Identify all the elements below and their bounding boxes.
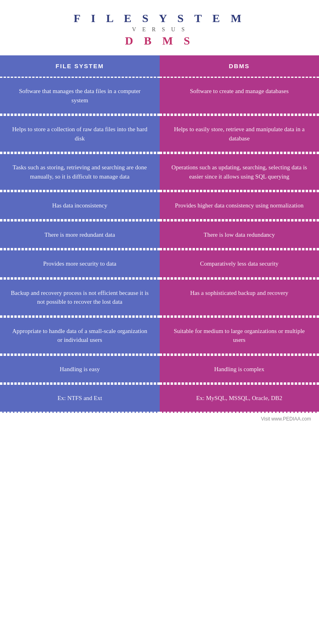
table-row: Provides more security to dataComparativ… bbox=[0, 249, 319, 278]
dbms-cell: Suitable for medium to large organizatio… bbox=[160, 317, 319, 355]
fs-cell: Ex: NTFS and Ext bbox=[0, 384, 160, 413]
fs-cell: Provides more security to data bbox=[0, 249, 160, 278]
dbms-cell: Ex: MySQL, MSSQL, Oracle, DB2 bbox=[160, 384, 319, 413]
table-row: Helps to store a collection of raw data … bbox=[0, 115, 319, 153]
fs-cell: Software that manages the data files in … bbox=[0, 77, 160, 115]
fs-cell: There is more redundant data bbox=[0, 220, 160, 250]
dbms-cell: Operations such as updating, searching, … bbox=[160, 153, 319, 191]
table-row: Ex: NTFS and ExtEx: MySQL, MSSQL, Oracle… bbox=[0, 384, 319, 413]
table-row: Handling is easyHandling is complex bbox=[0, 355, 319, 384]
table-row: Appropriate to handle data of a small-sc… bbox=[0, 317, 319, 355]
dbms-cell: Provides higher data consistency using n… bbox=[160, 191, 319, 220]
title-filesystem: F I L E S Y S T E M bbox=[8, 12, 311, 25]
column-headers: FILE SYSTEM DBMS bbox=[0, 55, 319, 77]
table-row: Has data inconsistencyProvides higher da… bbox=[0, 191, 319, 220]
table-row: Software that manages the data files in … bbox=[0, 77, 319, 115]
dbms-cell: Has a sophisticated backup and recovery bbox=[160, 278, 319, 317]
comparison-table: FILE SYSTEM DBMS Software that manages t… bbox=[0, 55, 319, 413]
dbms-cell: There is low data redundancy bbox=[160, 220, 319, 250]
dbms-column-header: DBMS bbox=[160, 55, 319, 77]
header: F I L E S Y S T E M V E R S U S D B M S bbox=[0, 0, 319, 55]
fs-cell: Backup and recovery process is not effic… bbox=[0, 278, 160, 317]
footer-note: Visit www.PEDIAA.com bbox=[0, 413, 319, 426]
table-row: There is more redundant dataThere is low… bbox=[0, 220, 319, 250]
title-dbms: D B M S bbox=[8, 35, 311, 47]
fs-cell: Has data inconsistency bbox=[0, 191, 160, 220]
rows-container: Software that manages the data files in … bbox=[0, 77, 319, 413]
fs-cell: Appropriate to handle data of a small-sc… bbox=[0, 317, 160, 355]
title-versus: V E R S U S bbox=[8, 26, 311, 33]
dbms-cell: Comparatively less data security bbox=[160, 249, 319, 278]
dbms-cell: Handling is complex bbox=[160, 355, 319, 384]
fs-column-header: FILE SYSTEM bbox=[0, 55, 160, 77]
fs-cell: Tasks such as storing, retrieving and se… bbox=[0, 153, 160, 191]
dbms-cell: Helps to easily store, retrieve and mani… bbox=[160, 115, 319, 153]
table-row: Backup and recovery process is not effic… bbox=[0, 278, 319, 317]
table-row: Tasks such as storing, retrieving and se… bbox=[0, 153, 319, 191]
fs-cell: Handling is easy bbox=[0, 355, 160, 384]
dbms-cell: Software to create and manage databases bbox=[160, 77, 319, 115]
fs-cell: Helps to store a collection of raw data … bbox=[0, 115, 160, 153]
